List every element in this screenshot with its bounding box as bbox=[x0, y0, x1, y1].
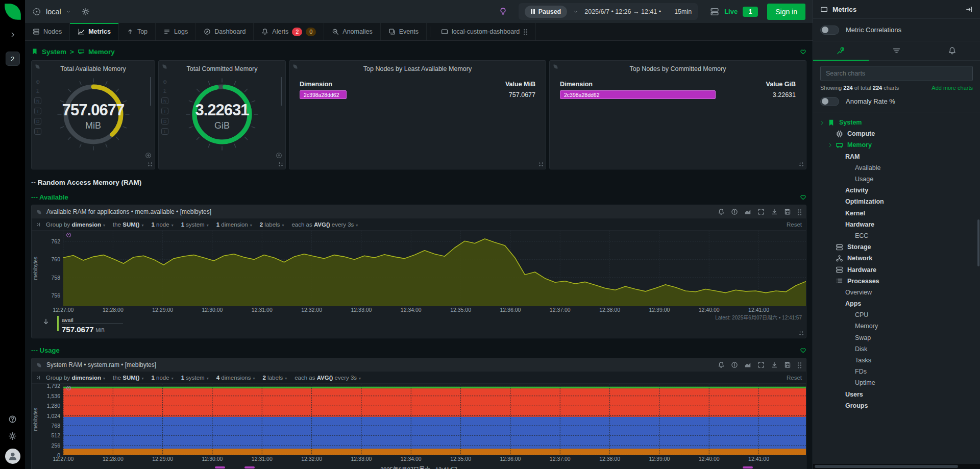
sidebar-item-swap[interactable]: Swap bbox=[813, 332, 980, 343]
save-icon[interactable] bbox=[784, 361, 791, 368]
dimension-bar[interactable]: 2c398a28dd62 bbox=[560, 90, 716, 99]
alerts-bell-icon[interactable] bbox=[718, 361, 725, 368]
tab-events[interactable]: Events bbox=[381, 23, 427, 40]
fullscreen-icon[interactable] bbox=[757, 361, 765, 368]
sidebar-item-memory[interactable]: Memory bbox=[813, 320, 980, 332]
nodes-indicator-icon[interactable] bbox=[710, 7, 719, 16]
sidebar-item-usage[interactable]: Usage bbox=[813, 174, 980, 185]
search-input[interactable] bbox=[820, 66, 973, 81]
sidebar-item-ecc[interactable]: ECC bbox=[813, 230, 980, 241]
sidebar-item-compute[interactable]: Compute bbox=[813, 128, 980, 139]
chevron-down-icon[interactable] bbox=[66, 9, 71, 14]
group-token[interactable]: 2 labels▾ bbox=[260, 221, 284, 228]
sidebar-item-processes[interactable]: Processes bbox=[813, 276, 980, 287]
anomaly-toggle-icon[interactable] bbox=[145, 152, 152, 159]
favorite-heart-icon[interactable] bbox=[800, 194, 806, 201]
sidebar-item-groups[interactable]: Groups bbox=[813, 400, 980, 411]
reset-button[interactable]: Reset bbox=[787, 221, 802, 228]
available-chart-plot[interactable] bbox=[63, 231, 806, 306]
node-selector[interactable]: local bbox=[32, 7, 90, 16]
chart-header[interactable]: System RAM • system.ram • [mebibytes] bbox=[32, 358, 806, 372]
fullscreen-icon[interactable] bbox=[757, 208, 765, 215]
breadcrumb-section[interactable]: System bbox=[42, 48, 66, 56]
paused-button[interactable]: Paused bbox=[525, 6, 567, 18]
table-row[interactable]: 2c398a28dd62 757.0677 bbox=[300, 90, 535, 99]
tab-top[interactable]: Top bbox=[119, 23, 156, 40]
sidebar-item-storage[interactable]: Storage bbox=[813, 241, 980, 253]
sidebar-horizontal-scrollbar[interactable] bbox=[813, 464, 980, 469]
skip-icon[interactable] bbox=[36, 375, 42, 381]
expand-rail-icon[interactable] bbox=[9, 31, 16, 38]
sidebar-item-hardware[interactable]: Hardware bbox=[813, 264, 980, 275]
chart-header[interactable]: Available RAM for applications • mem.ava… bbox=[32, 205, 806, 218]
add-more-charts-link[interactable]: Add more charts bbox=[932, 85, 973, 91]
group-token[interactable]: the SUM()▾ bbox=[113, 375, 143, 381]
settings-icon[interactable] bbox=[8, 432, 17, 440]
sidebar-item-users[interactable]: Users bbox=[813, 389, 980, 400]
mini-scrollbar[interactable] bbox=[150, 77, 151, 106]
resize-handle[interactable] bbox=[799, 331, 804, 336]
group-token[interactable]: 1 dimension▾ bbox=[216, 221, 252, 228]
mini-scrollbar[interactable] bbox=[281, 77, 282, 106]
group-token[interactable]: 4 dimensions▾ bbox=[216, 375, 255, 381]
sort-arrow-icon[interactable] bbox=[42, 318, 50, 326]
space-badge[interactable]: 2 bbox=[6, 52, 20, 66]
reset-button[interactable]: Reset bbox=[787, 375, 802, 381]
tab-logs[interactable]: Logs bbox=[156, 23, 196, 40]
sidebar-item-ram[interactable]: RAM bbox=[813, 151, 980, 162]
download-icon[interactable] bbox=[771, 208, 778, 215]
sidebar-item-tasks[interactable]: Tasks bbox=[813, 355, 980, 366]
sidebar-item-available[interactable]: Available bbox=[813, 162, 980, 174]
drag-handle-icon[interactable] bbox=[797, 209, 802, 215]
committed-gauge-card[interactable]: Total Committed Memory ⊕Σ NI DL 3.22631 … bbox=[158, 60, 286, 169]
tab-anomalies[interactable]: Anomalies bbox=[324, 23, 380, 40]
tab-filters[interactable] bbox=[869, 41, 924, 60]
group-token[interactable]: 1 node▾ bbox=[151, 375, 173, 381]
sidebar-item-overview[interactable]: Overview bbox=[813, 287, 980, 298]
range-chevron-icon[interactable] bbox=[573, 9, 578, 14]
anomaly-toggle-icon[interactable] bbox=[276, 152, 282, 159]
resize-handle[interactable] bbox=[799, 162, 804, 167]
sidebar-item-system[interactable]: System bbox=[813, 117, 980, 128]
group-token[interactable]: 1 system▾ bbox=[181, 375, 209, 381]
table-row[interactable]: 2c398a28dd62 3.22631 bbox=[560, 90, 796, 99]
tab-charts[interactable] bbox=[813, 41, 869, 60]
tab-metrics[interactable]: Metrics bbox=[70, 23, 119, 40]
tab-nodes[interactable]: Nodes bbox=[25, 23, 70, 40]
anomaly-rate-toggle[interactable] bbox=[820, 97, 839, 106]
download-icon[interactable] bbox=[771, 361, 778, 368]
tab-alerts[interactable]: Alerts20 bbox=[254, 23, 324, 40]
tab-dashboard[interactable]: Dashboard bbox=[196, 23, 254, 40]
resize-handle[interactable] bbox=[278, 162, 283, 167]
breadcrumb-page[interactable]: Memory bbox=[88, 48, 115, 56]
group-token[interactable]: 1 node▾ bbox=[151, 221, 173, 228]
least-available-table-card[interactable]: Top Nodes by Least Available Memory Dime… bbox=[289, 60, 546, 169]
sidebar-item-uptime[interactable]: Uptime bbox=[813, 377, 980, 388]
sidebar-vertical-scrollbar[interactable] bbox=[977, 219, 979, 266]
live-count-badge[interactable]: 1 bbox=[743, 7, 758, 17]
group-token[interactable]: the SUM()▾ bbox=[113, 221, 143, 228]
resize-handle[interactable] bbox=[148, 162, 153, 167]
sidebar-item-fds[interactable]: FDs bbox=[813, 366, 980, 377]
group-token[interactable]: Group by dimension▾ bbox=[46, 221, 105, 228]
sign-in-button[interactable]: Sign in bbox=[767, 4, 805, 20]
insights-bulb-icon[interactable] bbox=[499, 7, 507, 16]
collapse-sidebar-icon[interactable] bbox=[965, 6, 973, 13]
sidebar-item-disk[interactable]: Disk bbox=[813, 343, 980, 355]
group-token[interactable]: 2 labels▾ bbox=[263, 375, 287, 381]
resize-handle[interactable] bbox=[538, 162, 544, 167]
group-token[interactable]: Group by dimension▾ bbox=[46, 375, 105, 381]
info-icon[interactable] bbox=[731, 361, 738, 368]
sidebar-item-hardware[interactable]: Hardware bbox=[813, 219, 980, 230]
node-settings-icon[interactable] bbox=[82, 8, 90, 16]
help-icon[interactable] bbox=[8, 415, 17, 424]
legend-entry[interactable]: avail 757.0677MiB bbox=[62, 315, 123, 334]
chart-type-icon[interactable] bbox=[744, 208, 751, 215]
dimension-bar[interactable]: 2c398a28dd62 bbox=[300, 90, 347, 99]
sidebar-item-memory[interactable]: Memory bbox=[813, 139, 980, 151]
range-duration[interactable]: 15min bbox=[674, 8, 692, 15]
chart-type-icon[interactable] bbox=[744, 361, 751, 368]
drag-handle-icon[interactable] bbox=[797, 362, 802, 368]
group-token[interactable]: 1 system▾ bbox=[181, 221, 209, 228]
sidebar-item-cpu[interactable]: CPU bbox=[813, 309, 980, 320]
